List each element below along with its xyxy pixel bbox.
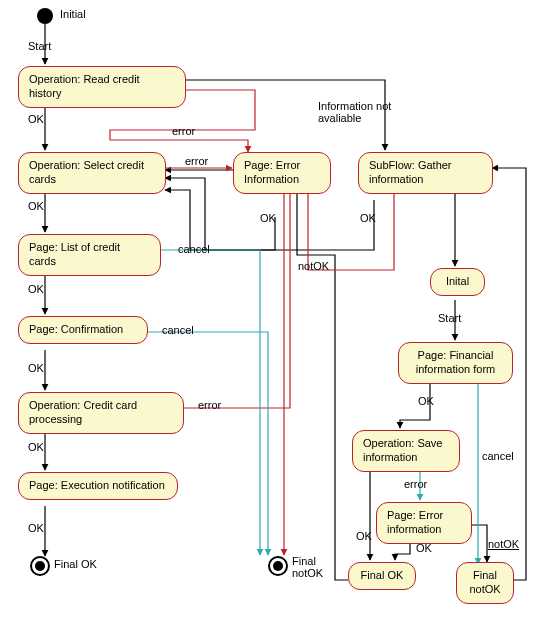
final-ok-label: Final OK xyxy=(54,558,97,570)
edge-notok-sub: notOK xyxy=(488,538,519,550)
edge-error-2: error xyxy=(185,155,208,167)
edge-notok-err: notOK xyxy=(298,260,329,272)
node-sub-fin-form: Page: Financial information form xyxy=(398,342,513,384)
edge-ok-sub1: OK xyxy=(418,395,434,407)
edge-ok-sub2: OK xyxy=(356,530,372,542)
edge-start: Start xyxy=(28,40,51,52)
node-sub-final-ok: Final OK xyxy=(348,562,416,590)
node-error-info: Page: Error Information xyxy=(233,152,331,194)
edge-sub-start: Start xyxy=(438,312,461,324)
initial-label: Initial xyxy=(60,8,86,20)
edge-ok-4: OK xyxy=(28,362,44,374)
edge-error-sub: error xyxy=(404,478,427,490)
edge-ok-5: OK xyxy=(28,441,44,453)
edge-error-3: error xyxy=(198,399,221,411)
node-exec-notif: Page: Execution notification xyxy=(18,472,178,500)
node-gather: SubFlow: Gather information xyxy=(358,152,493,194)
edge-ok-2: OK xyxy=(28,200,44,212)
edge-ok-gather: OK xyxy=(360,212,376,224)
edge-cancel-1: cancel xyxy=(178,243,210,255)
edge-error-1: error xyxy=(172,125,195,137)
node-sub-initial: Inital xyxy=(430,268,485,296)
edge-ok-3: OK xyxy=(28,283,44,295)
edge-cancel-sub: cancel xyxy=(482,450,514,462)
final-notok-node xyxy=(268,556,288,576)
final-ok-node xyxy=(30,556,50,576)
node-list-cards: Page: List of credit cards xyxy=(18,234,161,276)
edge-ok-6: OK xyxy=(28,522,44,534)
node-confirmation: Page: Confirmation xyxy=(18,316,148,344)
edge-ok-1: OK xyxy=(28,113,44,125)
node-read-history: Operation: Read credit history xyxy=(18,66,186,108)
final-notok-label: Final notOK xyxy=(292,555,323,579)
node-sub-final-notok: Final notOK xyxy=(456,562,514,604)
edge-ok-err: OK xyxy=(260,212,276,224)
node-sub-error: Page: Error information xyxy=(376,502,472,544)
edge-ok-sub3: OK xyxy=(416,542,432,554)
edge-info-na: Information not avaliable xyxy=(318,100,418,124)
initial-node xyxy=(37,8,53,24)
node-processing: Operation: Credit card processing xyxy=(18,392,184,434)
node-select-cards: Operation: Select credit cards xyxy=(18,152,166,194)
edge-cancel-2: cancel xyxy=(162,324,194,336)
node-sub-save: Operation: Save information xyxy=(352,430,460,472)
